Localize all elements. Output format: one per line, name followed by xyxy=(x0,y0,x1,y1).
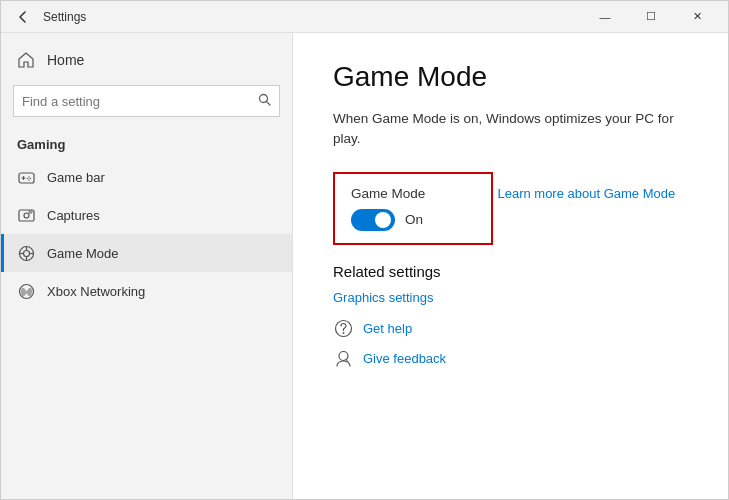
game-bar-icon xyxy=(17,168,35,186)
sidebar-item-captures[interactable]: Captures xyxy=(1,196,292,234)
give-feedback-link[interactable]: Give feedback xyxy=(333,349,688,369)
svg-point-13 xyxy=(23,250,29,256)
captures-icon xyxy=(17,206,35,224)
sidebar-captures-label: Captures xyxy=(47,208,100,223)
sidebar-game-bar-label: Game bar xyxy=(47,170,105,185)
sidebar-item-game-bar[interactable]: Game bar xyxy=(1,158,292,196)
sidebar-item-xbox-networking[interactable]: Xbox Networking xyxy=(1,272,292,310)
game-mode-toggle[interactable] xyxy=(351,209,395,231)
learn-more-link[interactable]: Learn more about Game Mode xyxy=(497,186,675,201)
sidebar-xbox-label: Xbox Networking xyxy=(47,284,145,299)
related-settings-section: Related settings Graphics settings xyxy=(333,263,688,305)
sidebar-home-label: Home xyxy=(47,52,84,68)
sidebar-item-game-mode[interactable]: Game Mode xyxy=(1,234,292,272)
give-feedback-icon xyxy=(333,349,353,369)
xbox-icon xyxy=(17,282,35,300)
give-feedback-label: Give feedback xyxy=(363,351,446,366)
maximize-button[interactable]: ☐ xyxy=(628,1,674,33)
svg-point-5 xyxy=(28,176,29,177)
help-section: Get help Give feedback xyxy=(333,319,688,369)
svg-point-21 xyxy=(339,352,348,361)
back-button[interactable] xyxy=(9,3,37,31)
close-button[interactable]: ✕ xyxy=(674,1,720,33)
svg-rect-2 xyxy=(19,173,34,183)
content-description: When Game Mode is on, Windows optimizes … xyxy=(333,109,688,150)
related-settings-title: Related settings xyxy=(333,263,688,280)
titlebar: Settings — ☐ ✕ xyxy=(1,1,728,33)
page-title: Game Mode xyxy=(333,61,688,93)
game-mode-toggle-box: Game Mode On xyxy=(333,172,493,245)
get-help-label: Get help xyxy=(363,321,412,336)
sidebar: Home Gaming xyxy=(1,33,293,499)
main-layout: Home Gaming xyxy=(1,33,728,499)
search-input[interactable] xyxy=(22,94,252,109)
toggle-state-label: On xyxy=(405,212,423,227)
sidebar-section-label: Gaming xyxy=(1,129,292,158)
svg-point-8 xyxy=(26,177,27,178)
search-icon xyxy=(258,93,271,109)
get-help-link[interactable]: Get help xyxy=(333,319,688,339)
window-title: Settings xyxy=(43,10,582,24)
sidebar-search-box[interactable] xyxy=(13,85,280,117)
graphics-settings-link[interactable]: Graphics settings xyxy=(333,290,688,305)
content-area: Game Mode When Game Mode is on, Windows … xyxy=(293,33,728,499)
get-help-icon xyxy=(333,319,353,339)
sidebar-item-home[interactable]: Home xyxy=(1,41,292,79)
svg-rect-11 xyxy=(29,211,32,213)
sidebar-game-mode-label: Game Mode xyxy=(47,246,119,261)
svg-point-10 xyxy=(24,213,29,218)
game-mode-icon xyxy=(17,244,35,262)
svg-point-20 xyxy=(342,332,344,334)
window-controls: — ☐ ✕ xyxy=(582,1,720,33)
home-icon xyxy=(17,51,35,69)
svg-point-7 xyxy=(28,179,29,180)
svg-line-1 xyxy=(267,102,271,106)
minimize-button[interactable]: — xyxy=(582,1,628,33)
svg-point-6 xyxy=(29,177,30,178)
toggle-label: Game Mode xyxy=(351,186,475,201)
settings-window: Settings — ☐ ✕ Home xyxy=(0,0,729,500)
toggle-row: On xyxy=(351,209,475,231)
